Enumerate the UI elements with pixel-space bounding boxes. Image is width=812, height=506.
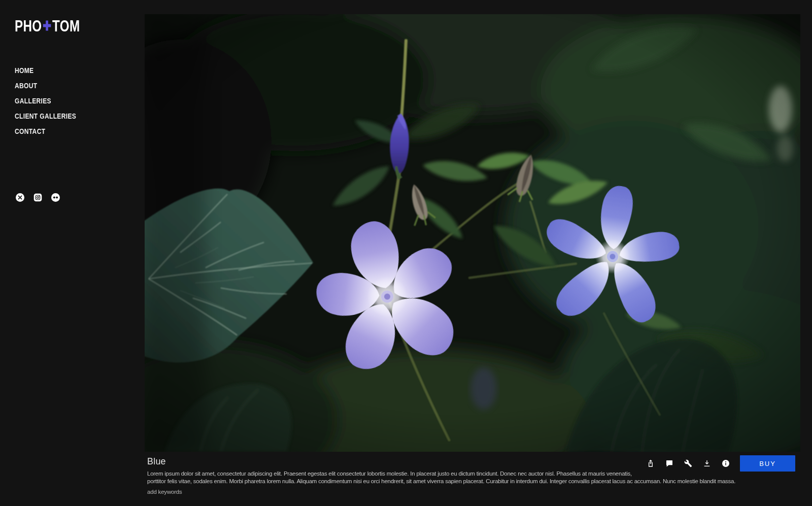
photo-info-bar: Blue Lorem ipsum dolor sit amet, consect… xyxy=(145,452,800,506)
nav-item-client-galleries[interactable]: CLIENT GALLERIES xyxy=(15,109,86,124)
download-button[interactable] xyxy=(703,459,711,467)
periwinkle-photo-illustration xyxy=(145,14,800,452)
add-keywords-link[interactable]: add keywords xyxy=(147,489,182,495)
photo-actions: BUY xyxy=(636,455,795,472)
social-links xyxy=(16,193,60,202)
flickr-icon[interactable] xyxy=(51,193,60,202)
buy-button[interactable]: BUY xyxy=(740,455,795,472)
nav-item-galleries[interactable]: GALLERIES xyxy=(15,93,86,109)
x-icon[interactable] xyxy=(16,193,24,202)
download-icon xyxy=(703,459,711,467)
main-photo[interactable] xyxy=(145,14,800,452)
logo-part2: TOM xyxy=(52,17,80,35)
tools-button[interactable] xyxy=(684,459,692,467)
nav-item-home[interactable]: HOME xyxy=(15,63,86,78)
description-line-2: porttitor felis vitae, sodales enim. Mor… xyxy=(147,478,736,485)
nav-item-about[interactable]: ABOUT xyxy=(15,78,86,93)
main-nav: HOME ABOUT GALLERIES CLIENT GALLERIES CO… xyxy=(15,63,86,139)
instagram-icon[interactable] xyxy=(33,193,42,202)
info-icon xyxy=(722,459,730,467)
share-icon xyxy=(647,459,655,467)
nav-item-contact[interactable]: CONTACT xyxy=(15,124,86,139)
info-button[interactable] xyxy=(722,459,730,467)
photo-description: Lorem ipsum dolor sit amet, consectetur … xyxy=(147,470,736,485)
comment-icon xyxy=(665,459,673,467)
site-logo[interactable]: PHO✚TOM xyxy=(15,17,80,35)
comment-button[interactable] xyxy=(665,459,673,467)
logo-plus-icon: ✚ xyxy=(42,18,53,33)
logo-part1: PHO xyxy=(15,17,42,35)
tools-icon xyxy=(684,459,692,467)
share-button[interactable] xyxy=(647,459,655,467)
sidebar: PHO✚TOM HOME ABOUT GALLERIES CLIENT GALL… xyxy=(0,0,145,506)
